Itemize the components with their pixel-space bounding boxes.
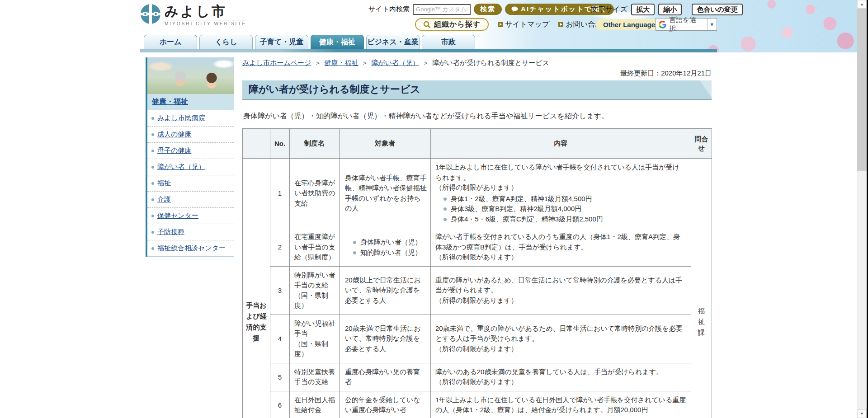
cell-system-name: 在宅心身障がい者扶助費の支給 [290,159,340,228]
sidebar-item-link[interactable]: 予防接種 [157,228,184,235]
breadcrumb-separator: ＞ [314,59,321,66]
cell-content: 20歳未満で、重度の障がいがあるため、日常生活において常時特別の介護を必要とする… [431,315,691,363]
table-header-target: 対象者 [340,129,431,159]
table-row: 3特別障がい者手当の支給 （国・県制度）20歳以上で日常生活において、常時特別な… [243,266,712,315]
sidebar-item-link[interactable]: 成人の健康 [157,130,191,138]
sidebar-category-link[interactable]: 健康・福祉 [152,98,188,105]
site-search-input[interactable] [413,4,471,15]
font-enlarge-button[interactable]: 拡大 [631,4,655,15]
cell-no: 2 [270,228,290,267]
cell-system-name: 障がい児福祉手当 （国・県制度） [290,315,340,363]
breadcrumb-link[interactable]: みよし市ホームページ [242,59,311,66]
search-button[interactable]: 検索 [474,4,502,15]
cell-no: 5 [270,363,290,391]
nav-tabs: ホームくらし子育て・児童健康・福祉ビジネス・産業市政 [144,35,475,49]
magnifier-icon [423,21,431,28]
org-search-button[interactable]: 組織から探す [415,18,489,31]
sidebar-item-link[interactable]: 母子の健康 [157,146,191,154]
sidebar: 健康・福祉 みよし市民病院成人の健康母子の健康障がい者（児）福祉介護保健センター… [146,57,234,257]
cell-target: 重度心身障がい児の養育者 [340,363,431,391]
arrow-square-icon [558,22,563,27]
sitemap-link[interactable]: サイトマップ [498,20,549,29]
table-header-no: No. [270,129,290,159]
cell-target: 20歳以上で日常生活において、常時特別な介護を必要とする人 [340,266,431,315]
cell-content: 重度の障がいがあるため、日常生活において常時特別の介護を必要とする人は手当が受け… [431,266,691,315]
cell-content: 障がいのある20歳未満の児童を養育している人は、手当が受けられます。（所得の制限… [431,363,691,391]
nav-tab[interactable]: ホーム [144,35,197,49]
chevron-down-icon[interactable]: ▼ [707,19,717,30]
site-logo[interactable]: みよし市 MIYOSHI CITY WEB SITE [140,4,246,26]
vertical-scrollbar[interactable]: ▲ ▼ [857,0,867,418]
bullet-item: 身体1・2級、療育A判定、精神1級月額4,500円 [443,194,686,204]
site-header: みよし市 MIYOSHI CITY WEB SITE サイト内検索 検索 AIチ… [0,0,857,52]
cell-no: 6 [270,391,290,418]
sidebar-item: 福祉 [147,175,234,192]
last-updated: 最終更新日：2020年12月21日 [242,69,712,78]
services-table-head: No.制度名対象者内容問合せ [243,129,712,159]
cell-no: 4 [270,315,290,363]
sidebar-item: 保健センター [147,208,234,224]
table-row: 4障がい児福祉手当 （国・県制度）20歳未満で日常生活において、常時特別な介護を… [243,315,712,363]
bullet-item: 知的障がい者（児） [353,248,427,258]
nav-tab[interactable]: 市政 [422,35,475,49]
sidebar-menu: みよし市民病院成人の健康母子の健康障がい者（児）福祉介護保健センター予防接種福祉… [147,110,234,257]
breadcrumb-separator: ＞ [361,59,368,66]
font-size-label: 文字サイズ [591,5,627,14]
sidebar-item-link[interactable]: みよし市民病院 [157,114,205,122]
scrollbar-thumb[interactable] [857,9,867,171]
site-subtitle: MIYOSHI CITY WEB SITE [165,20,246,26]
bullet-item: 身体4・5・6級、療育C判定、精神3級月額2,500円 [443,214,686,225]
language-select-label: 言語を選択 [669,16,707,33]
cell-content: 1年以上みよし市に在住している障がい者手帳を交付されている人は手当が受けられます… [431,159,691,228]
table-row: 手当および経済的支援1在宅心身障がい者扶助費の支給身体障がい者手帳、療育手帳、精… [243,159,712,228]
nav-tab[interactable]: くらし [199,35,253,49]
services-table: No.制度名対象者内容問合せ 手当および経済的支援1在宅心身障がい者扶助費の支給… [242,128,712,418]
language-select-widget[interactable]: 言語を選択 ▼ [656,18,717,31]
table-row: 2在宅重度障がい者手当の支給（県制度）身体障がい者（児）知的障がい者（児）障がい… [243,228,712,267]
table-row: 5特別児童扶養手当の支給重度心身障がい児の養育者障がいのある20歳未満の児童を養… [243,363,712,391]
cell-target: 20歳未満で日常生活において、常時特別な介護を必要とする人 [340,315,431,363]
google-icon [659,21,666,28]
breadcrumb-link[interactable]: 障がい者（児） [371,59,419,66]
breadcrumb-separator: ＞ [422,59,429,66]
cell-system-name: 特別児童扶養手当の支給 [290,363,340,391]
nav-tab[interactable]: 健康・福祉 [311,35,364,49]
page-intro: 身体障がい者（児）・知的障がい者（児）・精神障がい者などが受けられる手当や福祉サ… [243,112,712,121]
browser-viewport: みよし市 MIYOSHI CITY WEB SITE サイト内検索 検索 AIチ… [0,0,857,418]
arrow-square-icon [498,22,503,27]
nav-tab[interactable]: ビジネス・産業 [366,35,420,49]
speech-bubble-icon [511,6,518,12]
sidebar-photo [147,57,234,94]
sidebar-item-link[interactable]: 障がい者（児） [157,163,205,170]
sidebar-item-link[interactable]: 福祉 [157,179,171,187]
cell-system-name: 特別障がい者手当の支給 （国・県制度） [290,266,340,315]
sidebar-item: 障がい者（児） [147,159,234,175]
sidebar-item: みよし市民病院 [147,110,234,127]
table-group-cell: 手当および経済的支援 [243,159,270,418]
breadcrumb-link[interactable]: 健康・福祉 [324,59,358,66]
color-change-button[interactable]: 色合いの変更 [692,4,743,15]
cell-no: 1 [270,159,290,228]
page-title: 障がい者が受けられる制度とサービス [242,80,712,100]
table-header-content: 内容 [431,129,691,159]
sidebar-item: 予防接種 [147,224,234,240]
nav-tab[interactable]: 子育て・児童 [255,35,308,49]
sidebar-item-link[interactable]: 福祉総合相談センター [157,244,226,252]
table-row: 6在日外国人福祉給付金公的年金を受給していない重度心身障がい者1年以上みよし市に… [243,391,712,418]
font-shrink-button[interactable]: 縮小 [658,4,682,15]
site-search-label: サイト内検索 [368,5,410,14]
cell-target: 公的年金を受給していない重度心身障がい者 [340,391,431,418]
bullet-item: 身体障がい者（児） [353,237,427,248]
sidebar-item: 福祉総合相談センター [147,240,234,256]
sidebar-category-header: 健康・福祉 [147,94,234,110]
cell-no: 3 [270,266,290,315]
table-header-contact: 問合せ [691,129,712,159]
scroll-down-arrow-icon[interactable]: ▼ [857,409,867,418]
scroll-up-arrow-icon[interactable]: ▲ [857,0,867,9]
table-header-name: 制度名 [290,129,340,159]
miyoshi-logo-icon [140,4,161,24]
breadcrumb-current: 障がい者が受けられる制度とサービス [432,59,549,66]
sidebar-item-link[interactable]: 介護 [157,195,171,203]
cell-target: 身体障がい者（児）知的障がい者（児） [340,228,431,267]
sidebar-item-link[interactable]: 保健センター [157,211,198,219]
